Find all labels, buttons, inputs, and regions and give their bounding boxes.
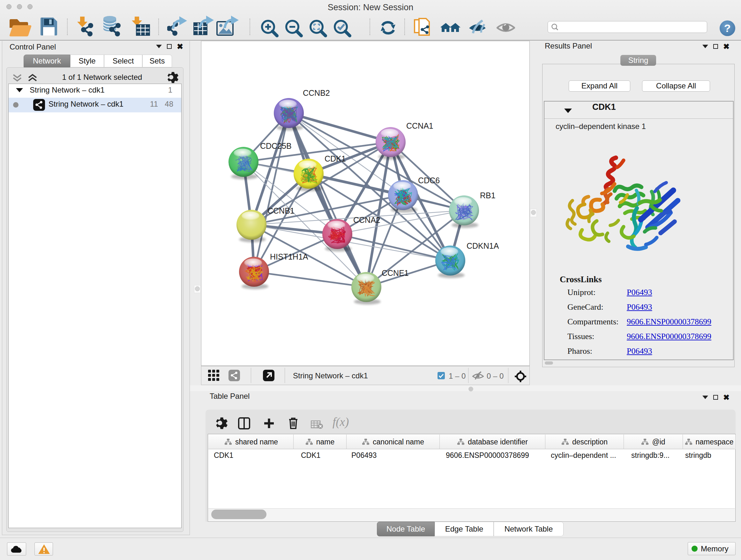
svg-text:HIST1H1A: HIST1H1A: [270, 252, 308, 261]
svg-text:CDC25B: CDC25B: [260, 141, 292, 150]
svg-text:CCNA2: CCNA2: [353, 215, 381, 225]
svg-text:CCNB2: CCNB2: [303, 88, 330, 98]
svg-text:CDK1: CDK1: [325, 154, 346, 163]
svg-text:RB1: RB1: [480, 191, 495, 200]
svg-text:CDC6: CDC6: [418, 176, 440, 185]
svg-text:CCNE1: CCNE1: [382, 268, 409, 277]
svg-text:CCNA1: CCNA1: [406, 121, 433, 130]
svg-text:CCNB1: CCNB1: [267, 206, 294, 215]
svg-text:CDKN1A: CDKN1A: [467, 241, 499, 250]
